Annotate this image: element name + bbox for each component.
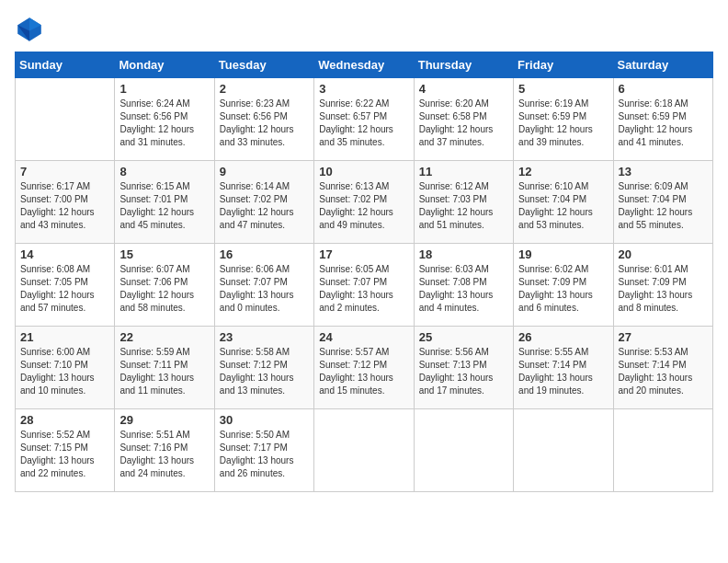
day-info: Sunrise: 5:53 AMSunset: 7:14 PMDaylight:… (619, 346, 708, 397)
day-cell: 23 Sunrise: 5:58 AMSunset: 7:12 PMDaylig… (214, 327, 313, 409)
day-cell: 5 Sunrise: 6:19 AMSunset: 6:59 PMDayligh… (514, 78, 613, 161)
weekday-wednesday: Wednesday (314, 52, 414, 78)
week-row-3: 14 Sunrise: 6:08 AMSunset: 7:05 PMDaylig… (16, 244, 713, 327)
day-number: 23 (220, 330, 309, 344)
day-number: 15 (119, 247, 209, 261)
weekday-monday: Monday (115, 52, 214, 78)
day-cell: 20 Sunrise: 6:01 AMSunset: 7:09 PMDaylig… (613, 244, 712, 327)
calendar-body: 1 Sunrise: 6:24 AMSunset: 6:56 PMDayligh… (16, 78, 713, 492)
day-info: Sunrise: 6:12 AMSunset: 7:03 PMDaylight:… (419, 180, 508, 232)
day-number: 21 (20, 330, 109, 344)
day-number: 18 (419, 247, 508, 261)
day-info: Sunrise: 6:24 AMSunset: 6:56 PMDaylight:… (119, 98, 209, 149)
day-cell: 28 Sunrise: 5:52 AMSunset: 7:15 PMDaylig… (16, 409, 115, 492)
day-cell: 8 Sunrise: 6:15 AMSunset: 7:01 PMDayligh… (115, 161, 214, 244)
day-cell: 26 Sunrise: 5:55 AMSunset: 7:14 PMDaylig… (514, 327, 613, 409)
day-cell: 9 Sunrise: 6:14 AMSunset: 7:02 PMDayligh… (214, 161, 313, 244)
day-cell: 18 Sunrise: 6:03 AMSunset: 7:08 PMDaylig… (414, 244, 513, 327)
day-info: Sunrise: 6:10 AMSunset: 7:04 PMDaylight:… (518, 180, 608, 232)
day-cell: 3 Sunrise: 6:22 AMSunset: 6:57 PMDayligh… (314, 78, 414, 161)
day-info: Sunrise: 6:05 AMSunset: 7:07 PMDaylight:… (319, 263, 408, 315)
day-info: Sunrise: 6:19 AMSunset: 6:59 PMDaylight:… (518, 98, 608, 149)
day-cell: 16 Sunrise: 6:06 AMSunset: 7:07 PMDaylig… (214, 244, 313, 327)
day-number: 24 (319, 330, 408, 344)
day-cell: 21 Sunrise: 6:00 AMSunset: 7:10 PMDaylig… (16, 327, 115, 409)
day-cell: 22 Sunrise: 5:59 AMSunset: 7:11 PMDaylig… (115, 327, 214, 409)
day-number: 29 (119, 413, 209, 427)
logo (15, 15, 48, 44)
day-number: 19 (518, 247, 608, 261)
day-number: 7 (20, 165, 109, 178)
day-cell: 4 Sunrise: 6:20 AMSunset: 6:58 PMDayligh… (414, 78, 513, 161)
day-info: Sunrise: 6:07 AMSunset: 7:06 PMDaylight:… (119, 263, 209, 315)
weekday-thursday: Thursday (414, 52, 513, 78)
day-number: 2 (220, 82, 309, 96)
day-info: Sunrise: 6:20 AMSunset: 6:58 PMDaylight:… (419, 98, 508, 149)
day-cell (314, 409, 414, 492)
day-cell: 25 Sunrise: 5:56 AMSunset: 7:13 PMDaylig… (414, 327, 513, 409)
day-info: Sunrise: 6:08 AMSunset: 7:05 PMDaylight:… (20, 263, 109, 315)
day-cell: 24 Sunrise: 5:57 AMSunset: 7:12 PMDaylig… (314, 327, 414, 409)
day-info: Sunrise: 5:51 AMSunset: 7:16 PMDaylight:… (119, 429, 209, 480)
day-cell: 1 Sunrise: 6:24 AMSunset: 6:56 PMDayligh… (115, 78, 214, 161)
weekday-sunday: Sunday (16, 52, 115, 78)
day-number: 14 (20, 247, 109, 261)
day-info: Sunrise: 5:58 AMSunset: 7:12 PMDaylight:… (220, 346, 309, 397)
day-number: 30 (220, 413, 309, 427)
logo-icon (15, 15, 44, 44)
day-number: 22 (119, 330, 209, 344)
day-info: Sunrise: 6:06 AMSunset: 7:07 PMDaylight:… (220, 263, 309, 315)
day-cell (414, 409, 513, 492)
day-number: 9 (220, 165, 309, 178)
day-number: 27 (619, 330, 708, 344)
day-cell: 14 Sunrise: 6:08 AMSunset: 7:05 PMDaylig… (16, 244, 115, 327)
day-number: 13 (619, 165, 708, 178)
day-number: 12 (518, 165, 608, 178)
day-info: Sunrise: 6:22 AMSunset: 6:57 PMDaylight:… (319, 98, 408, 149)
day-info: Sunrise: 6:18 AMSunset: 6:59 PMDaylight:… (619, 98, 708, 149)
day-cell: 19 Sunrise: 6:02 AMSunset: 7:09 PMDaylig… (514, 244, 613, 327)
day-info: Sunrise: 6:01 AMSunset: 7:09 PMDaylight:… (619, 263, 708, 315)
weekday-header-row: SundayMondayTuesdayWednesdayThursdayFrid… (16, 52, 713, 78)
calendar-table: SundayMondayTuesdayWednesdayThursdayFrid… (15, 52, 713, 492)
day-info: Sunrise: 5:57 AMSunset: 7:12 PMDaylight:… (319, 346, 408, 397)
day-info: Sunrise: 6:00 AMSunset: 7:10 PMDaylight:… (20, 346, 109, 397)
day-info: Sunrise: 5:52 AMSunset: 7:15 PMDaylight:… (20, 429, 109, 480)
day-cell: 12 Sunrise: 6:10 AMSunset: 7:04 PMDaylig… (514, 161, 613, 244)
week-row-4: 21 Sunrise: 6:00 AMSunset: 7:10 PMDaylig… (16, 327, 713, 409)
day-number: 5 (518, 82, 608, 96)
week-row-5: 28 Sunrise: 5:52 AMSunset: 7:15 PMDaylig… (16, 409, 713, 492)
day-cell: 29 Sunrise: 5:51 AMSunset: 7:16 PMDaylig… (115, 409, 214, 492)
day-cell (514, 409, 613, 492)
day-number: 3 (319, 82, 408, 96)
day-cell: 17 Sunrise: 6:05 AMSunset: 7:07 PMDaylig… (314, 244, 414, 327)
day-info: Sunrise: 5:59 AMSunset: 7:11 PMDaylight:… (119, 346, 209, 397)
day-cell: 6 Sunrise: 6:18 AMSunset: 6:59 PMDayligh… (613, 78, 712, 161)
day-info: Sunrise: 6:13 AMSunset: 7:02 PMDaylight:… (319, 180, 408, 232)
day-number: 28 (20, 413, 109, 427)
day-number: 11 (419, 165, 508, 178)
day-number: 10 (319, 165, 408, 178)
day-info: Sunrise: 5:55 AMSunset: 7:14 PMDaylight:… (518, 346, 608, 397)
weekday-saturday: Saturday (613, 52, 712, 78)
day-cell (613, 409, 712, 492)
weekday-friday: Friday (514, 52, 613, 78)
day-number: 1 (119, 82, 209, 96)
day-cell: 27 Sunrise: 5:53 AMSunset: 7:14 PMDaylig… (613, 327, 712, 409)
day-info: Sunrise: 6:15 AMSunset: 7:01 PMDaylight:… (119, 180, 209, 232)
day-cell: 11 Sunrise: 6:12 AMSunset: 7:03 PMDaylig… (414, 161, 513, 244)
day-number: 26 (518, 330, 608, 344)
page-header (15, 15, 713, 44)
day-number: 4 (419, 82, 508, 96)
day-number: 20 (619, 247, 708, 261)
day-cell: 15 Sunrise: 6:07 AMSunset: 7:06 PMDaylig… (115, 244, 214, 327)
week-row-1: 1 Sunrise: 6:24 AMSunset: 6:56 PMDayligh… (16, 78, 713, 161)
week-row-2: 7 Sunrise: 6:17 AMSunset: 7:00 PMDayligh… (16, 161, 713, 244)
day-cell: 10 Sunrise: 6:13 AMSunset: 7:02 PMDaylig… (314, 161, 414, 244)
day-cell: 13 Sunrise: 6:09 AMSunset: 7:04 PMDaylig… (613, 161, 712, 244)
day-cell: 7 Sunrise: 6:17 AMSunset: 7:00 PMDayligh… (16, 161, 115, 244)
day-number: 25 (419, 330, 508, 344)
day-cell: 2 Sunrise: 6:23 AMSunset: 6:56 PMDayligh… (214, 78, 313, 161)
day-number: 17 (319, 247, 408, 261)
day-info: Sunrise: 6:23 AMSunset: 6:56 PMDaylight:… (220, 98, 309, 149)
